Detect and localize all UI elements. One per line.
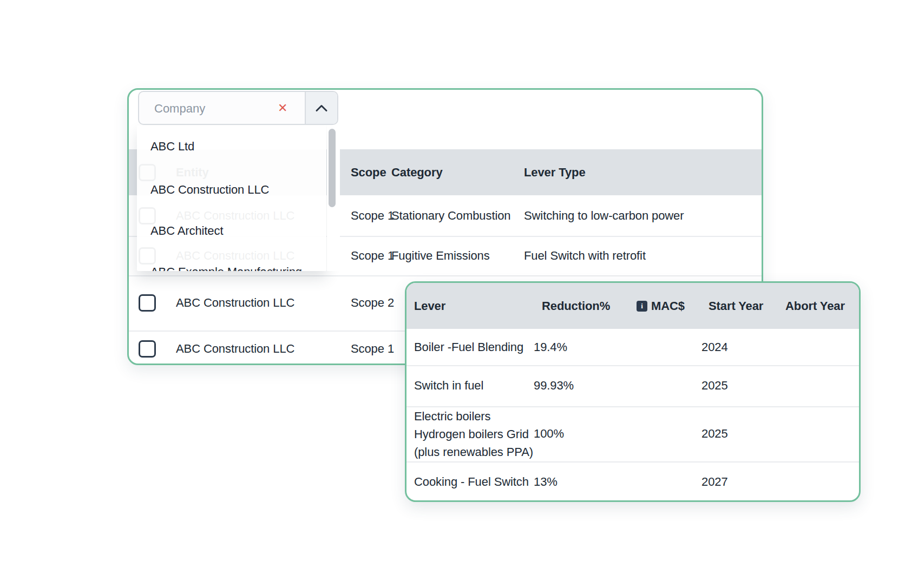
lever-line: Electric boilers [414,407,533,425]
reduction-cell: 19.4% [534,340,567,354]
column-header-lever: Lever [414,299,445,313]
column-header-scope: Scope [351,166,386,180]
reduction-cell: 100% [534,427,564,441]
entity-cell: ABC Construction LLC [176,296,294,310]
lever-cell: Cooking - Fuel Switch [414,475,529,489]
column-header-lever-type: Lever Type [524,166,586,180]
company-dropdown-list: ABC Ltd ABC Construction LLC ABC Archite… [137,125,326,271]
column-header-reduction: Reduction% [542,299,610,313]
lever-table-header-row: Lever Reduction% i MAC$ Start Year Abort… [406,283,859,329]
scope-cell: Scope 1 [351,209,394,223]
dropdown-option[interactable]: ABC Example Manufacturing [137,261,326,271]
page: Entity Scope Category Lever Type ABC Con… [0,0,905,588]
clear-filter-icon[interactable]: ✕ [278,102,287,114]
chevron-up-icon [315,104,328,112]
table-row: Boiler -Fuel Blending 19.4% 2024 [406,329,859,366]
lever-line: Hydrogen boilers Grid [414,425,533,443]
collapse-dropdown-button[interactable] [305,92,337,124]
reduction-cell: 99.93% [534,379,574,393]
column-header-start-year: Start Year [709,299,763,313]
lever-type-cell: Fuel Switch with retrofit [524,249,646,263]
column-header-mac: i MAC$ [637,299,685,313]
start-year-cell: 2025 [701,427,728,441]
scope-cell: Scope 1 [351,249,394,263]
dropdown-option[interactable]: ABC Ltd [137,136,326,157]
row-checkbox[interactable] [139,340,156,358]
table-row: Cooking - Fuel Switch 13% 2027 [406,461,859,502]
lever-cell: Switch in fuel [414,379,483,393]
row-checkbox[interactable] [139,294,156,312]
start-year-cell: 2025 [701,379,728,393]
checkbox-icon [139,340,156,358]
scope-cell: Scope 2 [351,296,394,310]
company-filter-input[interactable] [153,92,269,125]
lever-cell: Boiler -Fuel Blending [414,340,523,354]
start-year-cell: 2027 [701,475,728,489]
category-cell: Stationary Combustion [391,209,510,223]
entity-cell: ABC Construction LLC [176,342,294,356]
lever-cell: Electric boilers Hydrogen boilers Grid (… [414,407,533,461]
table-row: Electric boilers Hydrogen boilers Grid (… [406,406,859,463]
column-header-category: Category [391,166,443,180]
lever-line: (plus renewables PPA) [414,443,533,461]
dropdown-option[interactable]: ABC Construction LLC [137,179,326,201]
dropdown-scrollbar-track[interactable] [327,125,340,271]
dropdown-scrollbar-thumb[interactable] [329,129,336,207]
company-filter-combobox[interactable]: ✕ [138,91,338,125]
lever-type-cell: Switching to low-carbon power [524,209,684,223]
dropdown-option[interactable]: ABC Architect [137,220,326,242]
table-row: Switch in fuel 99.93% 2025 [406,365,859,407]
column-header-abort-year: Abort Year [785,299,845,313]
reduction-cell: 13% [534,475,558,489]
mac-label: MAC$ [651,299,685,313]
checkbox-icon [139,294,156,312]
start-year-cell: 2024 [701,340,728,354]
category-cell: Fugitive Emissions [391,249,490,263]
lever-table-card: Lever Reduction% i MAC$ Start Year Abort… [405,281,861,502]
info-icon[interactable]: i [637,301,647,312]
scope-cell: Scope 1 [351,342,394,356]
